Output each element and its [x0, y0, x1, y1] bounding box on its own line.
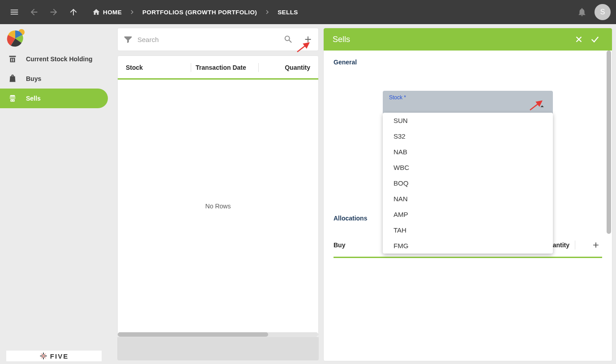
hscrollbar[interactable]	[118, 332, 318, 337]
add-button[interactable]	[303, 34, 313, 44]
close-button[interactable]	[571, 31, 587, 47]
col-stock[interactable]: Stock	[126, 63, 186, 72]
sidebar: Current Stock Holding Buys Sells FIVE	[0, 24, 114, 364]
sidebar-item-label: Sells	[26, 95, 41, 102]
stock-field: Stock * SUNS32NABWBCBOQNANAMPTAHFMG	[383, 91, 553, 114]
dropdown-item-amp[interactable]: AMP	[383, 207, 553, 222]
topbar-right: S	[573, 3, 611, 21]
col-qty[interactable]: Quantity	[263, 63, 310, 72]
dropdown-item-tah[interactable]: TAH	[383, 222, 553, 238]
list-table: Stock Transaction Date Quantity No Rows	[117, 55, 319, 337]
breadcrumb-home-label: HOME	[103, 9, 122, 16]
search-icon[interactable]	[283, 34, 293, 44]
col-separator	[191, 63, 191, 72]
col-date[interactable]: Transaction Date	[196, 63, 254, 72]
table-body: No Rows	[118, 80, 318, 332]
breadcrumb-portfolios[interactable]: PORTFOLIOS (GROWTH PORTFOLIO)	[139, 9, 261, 16]
breadcrumb: HOME PORTFOLIOS (GROWTH PORTFOLIO) SELLS	[89, 8, 302, 16]
footer-brand-label: FIVE	[50, 352, 68, 360]
sidebar-item-label: Buys	[26, 75, 41, 82]
stock-label: Stock *	[389, 94, 547, 101]
chevron-right-icon	[263, 8, 271, 16]
topbar: HOME PORTFOLIOS (GROWTH PORTFOLIO) SELLS…	[0, 0, 616, 24]
avatar-letter: S	[600, 8, 605, 16]
section-general: General	[334, 59, 602, 66]
dropdown-item-boq[interactable]: BOQ	[383, 175, 553, 191]
holding-icon	[7, 54, 18, 64]
sidebar-item-label: Current Stock Holding	[26, 55, 93, 63]
sell-icon	[7, 93, 18, 104]
sidebar-item-current-stock-holding[interactable]: Current Stock Holding	[0, 49, 108, 69]
search-bar	[117, 28, 319, 51]
col-separator	[575, 241, 575, 250]
buy-icon	[7, 73, 18, 84]
dropdown-item-wbc[interactable]: WBC	[383, 160, 553, 175]
dropdown-item-nan[interactable]: NAN	[383, 191, 553, 207]
notifications-button[interactable]	[573, 3, 591, 21]
col-separator	[258, 63, 259, 72]
back-button[interactable]	[25, 3, 43, 21]
detail-title: Sells	[333, 35, 350, 44]
table-header: Stock Transaction Date Quantity	[118, 56, 318, 80]
stock-dropdown: SUNS32NABWBCBOQNANAMPTAHFMG	[383, 113, 553, 254]
dropdown-item-s32[interactable]: S32	[383, 128, 553, 144]
breadcrumb-portfolios-label: PORTFOLIOS (GROWTH PORTFOLIO)	[142, 9, 257, 16]
vscrollbar-thumb[interactable]	[607, 51, 611, 234]
list-panel: Stock Transaction Date Quantity No Rows	[117, 28, 319, 361]
hscrollbar-thumb[interactable]	[118, 332, 268, 337]
avatar[interactable]: S	[595, 4, 611, 20]
dropdown-item-nab[interactable]: NAB	[383, 144, 553, 160]
chevron-right-icon	[128, 8, 136, 16]
topbar-left: HOME PORTFOLIOS (GROWTH PORTFOLIO) SELLS	[5, 3, 302, 21]
logo	[0, 24, 114, 49]
search-input[interactable]	[137, 36, 279, 43]
filter-icon[interactable]	[123, 34, 133, 44]
detail-header: Sells	[324, 28, 612, 51]
sidebar-item-buys[interactable]: Buys	[0, 69, 108, 89]
chevron-up-icon[interactable]	[538, 102, 547, 111]
breadcrumb-home[interactable]: HOME	[89, 8, 125, 16]
sidebar-item-sells[interactable]: Sells	[0, 89, 108, 108]
list-bottom-pad	[117, 337, 319, 360]
stock-input[interactable]	[389, 102, 538, 111]
dropdown-item-sun[interactable]: SUN	[383, 113, 553, 128]
breadcrumb-sells[interactable]: SELLS	[274, 9, 302, 16]
confirm-button[interactable]	[587, 31, 603, 47]
forward-button[interactable]	[45, 3, 63, 21]
alloc-add-button[interactable]	[590, 239, 602, 251]
footer-brand: FIVE	[6, 351, 102, 361]
dropdown-item-fmg[interactable]: FMG	[383, 238, 553, 254]
up-button[interactable]	[64, 3, 82, 21]
detail-body: General Stock * SUNS32NABWBCBOQNANAMPTAH…	[324, 51, 612, 361]
menu-button[interactable]	[5, 3, 23, 21]
empty-label: No Rows	[205, 203, 231, 210]
breadcrumb-sells-label: SELLS	[278, 9, 298, 16]
detail-panel: Sells General Stock * SUNS32NABWBCBOQNAN…	[323, 28, 612, 361]
stock-field-box[interactable]: Stock *	[383, 91, 553, 114]
